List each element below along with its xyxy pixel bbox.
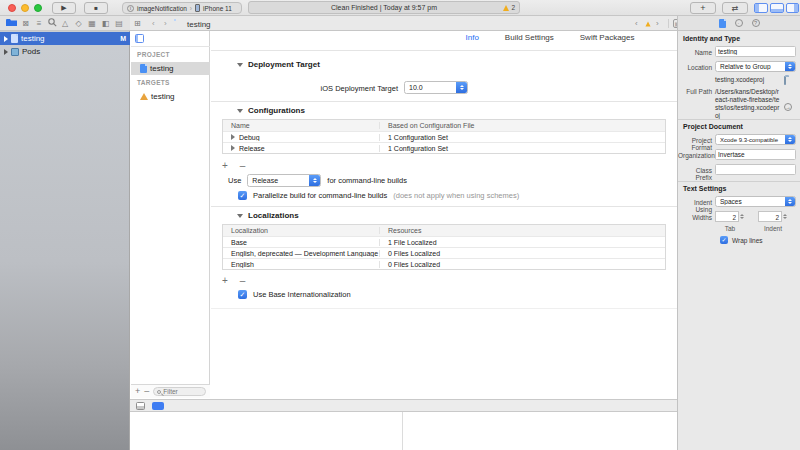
jumpbar-file-label[interactable]: testing <box>187 20 211 29</box>
section-title: Configurations <box>248 106 305 115</box>
pods-folder-icon <box>11 48 19 56</box>
run-button[interactable]: ▶ <box>52 2 76 14</box>
sidebar-item-target-testing[interactable]: testing <box>131 90 210 103</box>
table-row-debug[interactable]: Debug 1 Configuration Set <box>223 131 665 142</box>
reveal-arrow-icon[interactable]: → <box>784 103 792 111</box>
disclosure-icon[interactable] <box>231 145 235 151</box>
divider <box>678 119 800 120</box>
symbol-navigator-icon[interactable]: ≡ <box>34 19 44 28</box>
stepper-arrows-icon[interactable] <box>782 211 788 222</box>
add-configuration-button[interactable]: + <box>222 160 228 171</box>
previous-issue-button[interactable]: ‹ <box>635 19 638 28</box>
source-control-icon[interactable]: ⊠ <box>21 19 31 28</box>
nav-item-testing[interactable]: testing M <box>0 32 130 45</box>
minimize-window-button[interactable] <box>21 4 29 12</box>
forward-button[interactable]: › <box>164 19 167 28</box>
tab-info[interactable]: Info <box>466 33 479 46</box>
zoom-window-button[interactable] <box>34 4 42 12</box>
table-row-base[interactable]: Base 1 File Localized <box>223 236 665 247</box>
console-divider[interactable] <box>402 412 403 450</box>
folder-icon <box>6 18 17 27</box>
table-row-english[interactable]: English 0 Files Localized <box>223 258 665 269</box>
history-inspector-tab-icon[interactable]: · <box>735 19 743 27</box>
search-icon[interactable] <box>48 18 57 29</box>
disclosure-icon[interactable] <box>4 49 8 55</box>
filter-field[interactable] <box>153 387 206 396</box>
remove-configuration-button[interactable]: – <box>240 160 246 171</box>
project-navigator-icon[interactable] <box>6 18 17 29</box>
class-prefix-field[interactable] <box>716 165 795 174</box>
name-label: Name <box>678 49 712 56</box>
editor-layout-button[interactable]: ⇄ <box>722 2 748 14</box>
nav-item-pods[interactable]: Pods <box>0 45 130 58</box>
debug-navigator-icon[interactable]: ▦ <box>87 19 97 28</box>
debug-area-toggle-button[interactable] <box>770 3 784 13</box>
navigator-toggle-button[interactable] <box>754 3 768 13</box>
deployment-target-select[interactable]: 10.0 <box>404 81 468 94</box>
disclosure-icon[interactable] <box>4 36 8 42</box>
name-field[interactable] <box>716 47 795 56</box>
test-navigator-icon[interactable]: ◇ <box>74 19 84 28</box>
table-row-english-deprecated[interactable]: English, deprecated — Development Langua… <box>223 247 665 258</box>
folder-icon[interactable] <box>784 76 786 85</box>
breakpoint-navigator-icon[interactable]: ◧ <box>101 19 111 28</box>
section-localizations[interactable]: Localizations <box>237 211 299 220</box>
selected-value: Xcode 9.3-compatible <box>716 137 785 143</box>
stop-button[interactable]: ■ <box>84 2 108 14</box>
organization-field[interactable] <box>716 150 795 159</box>
inspector-tab-bar: · ? <box>677 16 800 31</box>
localizations-actions: + – <box>222 275 245 286</box>
remove-localization-button[interactable]: – <box>240 275 246 286</box>
library-button[interactable]: + <box>690 2 716 14</box>
configurations-table: Name Based on Configuration File Debug 1… <box>222 119 666 154</box>
next-issue-button[interactable]: › <box>656 19 659 28</box>
divider <box>211 206 677 207</box>
remove-target-button[interactable]: – <box>144 387 149 396</box>
indent-using-label: Indent Using <box>678 199 712 213</box>
tab-build-settings[interactable]: Build Settings <box>505 33 554 46</box>
config-based-on: 1 Configuration Set <box>379 134 665 141</box>
section-configurations[interactable]: Configurations <box>237 106 305 115</box>
back-button[interactable]: ‹ <box>152 19 155 28</box>
issue-warning-icon[interactable] <box>645 21 650 26</box>
warning-badge[interactable]: 2 <box>503 4 515 11</box>
filter-input[interactable] <box>163 388 202 395</box>
indent-using-select[interactable]: Spaces <box>715 196 796 207</box>
activity-viewer[interactable]: Clean Finished | Today at 9:57 pm 2 <box>248 1 520 14</box>
parallelize-checkbox[interactable]: ✓ <box>238 191 247 200</box>
breakpoints-toggle-icon[interactable] <box>152 402 164 410</box>
file-inspector-tab-icon[interactable] <box>719 19 726 28</box>
scheme-selector[interactable]: i imageNotification › iPhone 11 <box>122 2 242 14</box>
debug-area-view-icon[interactable] <box>136 402 145 410</box>
tab-overview-icon[interactable]: ⊞ <box>134 19 141 28</box>
add-localization-button[interactable]: + <box>222 275 228 286</box>
section-deployment-target[interactable]: Deployment Target <box>237 60 320 69</box>
add-target-button[interactable]: + <box>135 387 140 396</box>
table-row-release[interactable]: Release 1 Configuration Set <box>223 142 665 153</box>
device-icon <box>195 4 200 12</box>
divider <box>211 308 677 309</box>
chevron-down-icon[interactable] <box>237 109 243 113</box>
inspector-toggle-button[interactable] <box>786 3 799 13</box>
editor-sidebar-toggle-icon[interactable] <box>135 34 144 43</box>
wrap-lines-checkbox[interactable]: ✓ <box>720 236 728 244</box>
quick-help-tab-icon[interactable]: ? <box>752 19 760 27</box>
disclosure-icon[interactable] <box>231 134 235 140</box>
tab-swift-packages[interactable]: Swift Packages <box>580 33 635 46</box>
report-navigator-icon[interactable]: ▤ <box>114 19 124 28</box>
tab-width-stepper[interactable]: 2 <box>715 211 745 222</box>
nav-item-label: testing <box>21 34 117 43</box>
indent-width-stepper[interactable]: 2 <box>758 211 788 222</box>
command-line-config-select[interactable]: Release <box>247 174 321 187</box>
location-select[interactable]: Relative to Group <box>715 61 796 72</box>
close-window-button[interactable] <box>8 4 16 12</box>
wrap-lines-row: ✓ Wrap lines <box>720 236 763 244</box>
stepper-arrows-icon[interactable] <box>739 211 745 222</box>
parallelize-label: Parallelize build for command-line build… <box>253 191 387 200</box>
base-internationalization-checkbox[interactable]: ✓ <box>238 290 247 299</box>
issue-navigator-icon[interactable]: △ <box>60 19 70 28</box>
project-format-select[interactable]: Xcode 9.3-compatible <box>715 134 796 145</box>
sidebar-item-project-testing[interactable]: testing <box>131 62 210 75</box>
chevron-down-icon[interactable] <box>237 214 243 218</box>
chevron-down-icon[interactable] <box>237 63 243 67</box>
